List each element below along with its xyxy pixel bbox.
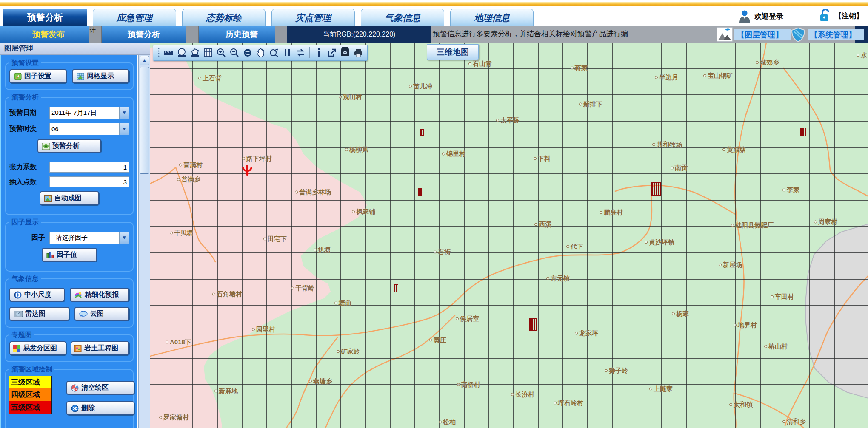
hazard-point-symbol: [418, 188, 422, 196]
radar-icon: [14, 311, 23, 317]
red-anchor-marker: [240, 164, 255, 177]
map-place-label: 龙家坪: [575, 329, 598, 337]
meso-scale-button[interactable]: 中小尺度: [9, 288, 65, 302]
level-3-region-swatch[interactable]: 三级区域: [9, 376, 52, 388]
layer-manager-button[interactable]: 【图层管理】: [734, 29, 791, 40]
main-tab-应急管理[interactable]: 应急管理: [93, 9, 176, 26]
export-icon[interactable]: [327, 47, 337, 58]
zoom-in-icon[interactable]: [216, 47, 226, 58]
measure-distance-icon[interactable]: [163, 47, 174, 58]
current-rgb-readout: 当前RGB:(220,220,220): [287, 26, 431, 43]
map-place-label: 新排下: [579, 100, 602, 108]
logout-label: 【注销】: [834, 11, 863, 21]
map-canvas[interactable]: 上石背观山村苗儿冲石山青蒋家城郊乡水口半边月宝山铜矿新排下太平桥杨柳凤锦里村下料…: [150, 43, 868, 428]
level-4-region-swatch[interactable]: 四级区域: [9, 388, 52, 401]
main-tab-灾点管理[interactable]: 灾点管理: [271, 9, 355, 26]
map-place-label: 太和镇: [729, 401, 753, 409]
tension-coefficient-input[interactable]: [49, 162, 129, 173]
group-title: 预警分析: [9, 93, 41, 102]
main-tab-预警分析[interactable]: 预警分析: [3, 9, 87, 26]
logout-button[interactable]: 【注销】: [819, 9, 863, 23]
group-title: 预警区域绘制: [9, 365, 54, 374]
insert-points-input[interactable]: [49, 176, 129, 187]
map-3d-button[interactable]: 三维地图: [427, 44, 479, 60]
grip-icon[interactable]: [157, 47, 160, 58]
chevron-down-icon[interactable]: ▼: [119, 232, 129, 244]
button-label: 精细化预报: [85, 290, 119, 299]
geotechnical-map-button[interactable]: 岩土工程图: [71, 341, 129, 355]
delete-button[interactable]: 删除: [66, 401, 134, 415]
fine-forecast-button[interactable]: 精细化预报: [70, 288, 129, 302]
level-5-region-swatch[interactable]: 五级区域: [9, 401, 52, 414]
map-place-label: 黄庄: [429, 336, 446, 344]
identify-info-icon[interactable]: [314, 47, 324, 58]
zoom-out-icon[interactable]: [229, 47, 240, 58]
auto-plot-button[interactable]: 自动成图: [40, 191, 99, 205]
save-icon[interactable]: [340, 47, 350, 58]
hazard-point-symbol: [651, 182, 661, 196]
map-place-label: 新麻地: [214, 387, 238, 395]
geotech-map-icon: [74, 345, 82, 352]
refresh-swap-icon[interactable]: [295, 47, 306, 58]
map-place-label: 上随家: [649, 385, 673, 393]
fine-forecast-icon: [74, 291, 82, 299]
panel-body: 预警设置 因子设置 网格显示: [0, 55, 137, 428]
map-place-label: 观山村: [339, 93, 362, 101]
warning-time-dropdown[interactable]: 06 ▼: [49, 123, 129, 135]
time-label: 预警时次: [9, 125, 49, 133]
map-place-label: 下料: [534, 155, 551, 163]
scroll-up-arrow[interactable]: ▲: [140, 56, 149, 65]
full-extent-globe-icon[interactable]: [243, 47, 253, 58]
radar-image-button[interactable]: 雷达图: [9, 307, 69, 321]
system-manager-shield-icon[interactable]: [791, 27, 806, 43]
chevron-down-icon[interactable]: ▼: [119, 107, 129, 119]
map-place-label: 李家: [782, 186, 799, 194]
grid-display-button[interactable]: 网格显示: [72, 69, 129, 83]
button-label: 删除: [81, 404, 95, 413]
sidebar-scrollbar[interactable]: ▲: [138, 55, 150, 428]
factor-value-button[interactable]: 因子值: [42, 248, 97, 262]
map-place-label: 宝山铜矿: [703, 72, 733, 80]
map-place-label: 燕塘乡: [309, 377, 332, 385]
scrollbar-thumb[interactable]: [140, 67, 149, 174]
layer-manager-icon[interactable]: [717, 27, 733, 42]
map-place-label: 清和乡: [782, 418, 806, 426]
susceptibility-zoning-button[interactable]: 易发分区图: [9, 341, 66, 355]
measure-circle-icon[interactable]: [177, 47, 187, 58]
warning-analyze-button[interactable]: 预警分析: [37, 139, 101, 153]
hazard-point-symbol: [420, 129, 424, 136]
welcome-label: 欢迎登录: [754, 11, 783, 21]
print-icon[interactable]: [353, 47, 363, 58]
map-place-label: 方元镇: [546, 275, 570, 283]
main-tab-地理信息[interactable]: 地理信息: [450, 9, 534, 26]
subtab-history-warning[interactable]: 历史预警: [203, 26, 280, 43]
separator-block: [275, 26, 288, 43]
previous-extent-icon[interactable]: [269, 47, 279, 58]
chevron-down-icon[interactable]: ▼: [119, 123, 129, 135]
map-place-label: 上石背: [198, 74, 222, 82]
button-label: 岩土工程图: [84, 344, 118, 353]
measure-area-icon[interactable]: [190, 47, 200, 58]
main-tab-气象信息[interactable]: 气象信息: [361, 9, 444, 26]
welcome-login[interactable]: 欢迎登录: [738, 9, 783, 23]
warning-date-dropdown[interactable]: 2011年 7月17日 ▼: [49, 107, 129, 119]
map-place-label: 田宅下: [263, 235, 287, 243]
map-place-label: 地界村: [734, 321, 757, 329]
map-labels-layer: 上石背观山村苗儿冲石山青蒋家城郊乡水口半边月宝山铜矿新排下太平桥杨柳凤锦里村下料…: [150, 43, 868, 428]
factor-dropdown[interactable]: --请选择因子- ▼: [49, 232, 129, 244]
subtab-warning-publish[interactable]: 预警发布: [9, 26, 89, 43]
pan-hand-icon[interactable]: [256, 47, 266, 58]
map-place-label: 石街: [434, 248, 451, 256]
cloud-image-button[interactable]: 云图: [74, 307, 129, 321]
map-place-label: 侯居室: [456, 315, 479, 323]
main-tab-态势标绘[interactable]: 态势标绘: [182, 9, 266, 26]
button-label: 易发分区图: [23, 344, 57, 353]
system-manager-button[interactable]: 【系统管理】: [808, 29, 864, 40]
button-label: 因子值: [57, 250, 77, 259]
factor-settings-button[interactable]: 因子设置: [9, 69, 67, 83]
fishnet-grid-icon[interactable]: [203, 47, 213, 58]
pause-icon[interactable]: [282, 47, 292, 58]
subtab-warning-analysis[interactable]: 预警分析: [106, 26, 182, 43]
group-title: 预警设置: [9, 59, 41, 68]
clear-drawn-region-button[interactable]: 清空绘区: [66, 381, 134, 395]
